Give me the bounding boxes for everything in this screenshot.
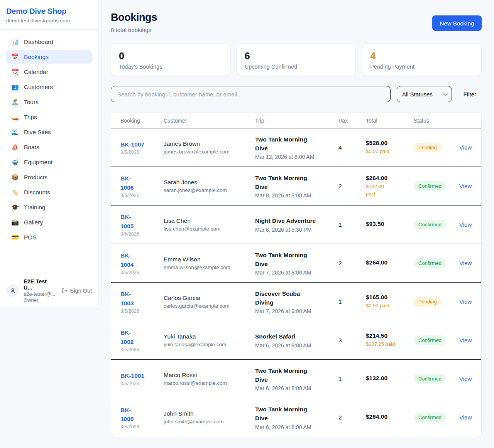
customer-name: John Smith xyxy=(164,410,250,417)
customer-email: yuki.tanaka@example.com xyxy=(164,342,250,347)
table-row: BK- 1006 3/5/2026 Sarah Jones sarah.jone… xyxy=(111,167,482,205)
trip-datetime: Mar 8, 2026 at 5:30 PM xyxy=(255,227,334,233)
sidebar-item-gallery[interactable]: 📸 Gallery xyxy=(6,216,92,229)
sidebar-item-label: Tours xyxy=(24,99,39,106)
status-badge: Confirmed xyxy=(414,181,446,191)
sidebar-item-equipment[interactable]: 🤿 Equipment xyxy=(6,155,92,169)
total-amount: $93.50 xyxy=(366,221,409,227)
booking-id-link[interactable]: BK- 1003 xyxy=(120,290,159,308)
booking-id-link[interactable]: BK-1001 xyxy=(120,371,159,380)
title-block: Bookings 8 total bookings xyxy=(111,12,157,33)
view-link[interactable]: View xyxy=(459,260,472,266)
trip-name: Snorkel Safari xyxy=(255,332,334,341)
stat-card-pending-payment: 4 Pending Payment xyxy=(362,44,482,76)
booking-id-link[interactable]: BK- 1002 xyxy=(120,328,159,346)
booking-date: 3/5/2026 xyxy=(120,150,159,155)
booking-id-link[interactable]: BK- 1004 xyxy=(120,251,159,269)
sidebar-item-label: Bookings xyxy=(24,54,49,61)
package-icon: 📦 xyxy=(11,173,19,181)
search-input[interactable] xyxy=(111,86,391,102)
status-badge: Confirmed xyxy=(414,220,446,229)
shop-name: Demo Dive Shop xyxy=(6,7,92,16)
table-row: BK- 1005 3/5/2026 Lisa Chen lisa.chen@ex… xyxy=(111,205,482,244)
sidebar-item-pos[interactable]: 💳 POS xyxy=(6,231,92,244)
status-filter: All Statuses xyxy=(397,86,452,102)
view-link[interactable]: View xyxy=(459,298,472,305)
booking-date: 3/5/2026 xyxy=(120,308,159,314)
paid-amount: $0.00 paid xyxy=(366,148,409,155)
sidebar-item-trips[interactable]: 🚤 Trips xyxy=(6,110,92,124)
trip-name: Two Tank Morning Dive xyxy=(255,366,334,384)
user-info: E2E Test U... e2e-tester@... Owner xyxy=(24,278,57,303)
booking-id-link[interactable]: BK- 1000 xyxy=(120,406,159,424)
bookings-calendar-icon: 📅 xyxy=(11,53,19,61)
status-badge: Pending xyxy=(414,297,442,307)
trip-name: Two Tank Morning Dive xyxy=(255,251,334,269)
table-row: BK- 1004 3/5/2026 Emma Wilson emma.wilso… xyxy=(111,244,482,283)
total-amount: $264.00 xyxy=(366,175,409,182)
view-link[interactable]: View xyxy=(459,144,472,151)
customer-email: emma.wilson@example.com xyxy=(164,264,250,270)
table-row: BK-1001 3/5/2026 Marco Rossi marco.rossi… xyxy=(111,360,482,398)
speedboat-icon: 🚤 xyxy=(11,113,19,121)
booking-id-link[interactable]: BK- 1006 xyxy=(120,174,159,192)
trip-datetime: Mar 6, 2026 at 8:00 AM xyxy=(255,424,334,430)
view-link[interactable]: View xyxy=(459,337,472,344)
sidebar-item-customers[interactable]: 👥 Customers xyxy=(6,80,92,94)
sign-out-button[interactable]: Sign Out xyxy=(61,288,92,294)
customer-name: Yuki Tanaka xyxy=(164,333,250,340)
stat-label: Upcoming Confirmed xyxy=(245,64,348,70)
col-header-customer: Customer xyxy=(164,113,255,128)
trip-name: Two Tank Morning Dive xyxy=(255,405,334,423)
booking-date: 3/5/2026 xyxy=(120,347,159,352)
sidebar-item-discounts[interactable]: 🏷️ Discounts xyxy=(6,185,92,199)
wave-icon: 🌊 xyxy=(11,128,19,136)
customer-email: sarah.jones@example.com xyxy=(164,187,250,193)
view-link[interactable]: View xyxy=(459,376,472,382)
trip-datetime: Mar 6, 2026 at 9:00 AM xyxy=(255,342,334,349)
graduation-cap-icon: 🎓 xyxy=(11,204,19,211)
sidebar-item-dashboard[interactable]: 📊 Dashboard xyxy=(6,35,92,49)
customer-email: james.brown@example.com xyxy=(164,149,250,155)
booking-id-link[interactable]: BK-1007 xyxy=(120,140,159,149)
sidebar-item-training[interactable]: 🎓 Training xyxy=(6,200,92,214)
sidebar-item-boats[interactable]: ⛵ Boats xyxy=(6,140,92,154)
sidebar-item-products[interactable]: 📦 Products xyxy=(6,170,92,184)
table-header-row: Booking Customer Trip Pax Total Status xyxy=(111,113,482,128)
total-amount: $264.00 xyxy=(366,413,409,420)
col-header-actions xyxy=(459,113,482,128)
status-badge: Pending xyxy=(414,143,442,152)
avatar xyxy=(6,284,19,297)
col-header-status: Status xyxy=(414,113,459,128)
status-badge: Confirmed xyxy=(414,258,446,268)
trip-datetime: Mar 6, 2026 at 8:00 AM xyxy=(255,385,334,391)
pax-count: 2 xyxy=(338,183,342,189)
booking-id-link[interactable]: BK- 1005 xyxy=(120,212,159,231)
view-link[interactable]: View xyxy=(459,414,472,421)
total-amount: $132.00 xyxy=(366,375,409,382)
booking-date: 3/5/2026 xyxy=(120,381,159,386)
total-amount: $165.00 xyxy=(366,294,409,301)
island-icon: 🏝️ xyxy=(11,98,19,106)
main-content: Bookings 8 total bookings New Booking 0 … xyxy=(98,0,494,448)
customer-email: marco.rossi@example.com xyxy=(164,380,250,386)
page-title: Bookings xyxy=(111,12,157,24)
sidebar-item-label: Training xyxy=(24,204,45,211)
trip-datetime: Mar 7, 2026 at 9:00 AM xyxy=(255,308,334,314)
credit-card-icon: 💳 xyxy=(11,234,19,241)
status-filter-select[interactable]: All Statuses xyxy=(397,86,452,102)
status-badge: Confirmed xyxy=(414,374,446,384)
filter-button[interactable]: Filter xyxy=(458,91,482,98)
sidebar-item-tours[interactable]: 🏝️ Tours xyxy=(6,95,92,109)
view-link[interactable]: View xyxy=(459,183,472,189)
col-header-pax: Pax xyxy=(338,113,366,128)
stat-card-todays-bookings: 0 Today's Bookings xyxy=(111,44,230,76)
new-booking-button[interactable]: New Booking xyxy=(432,15,482,31)
sidebar-item-calendar[interactable]: 📆 Calendar xyxy=(6,65,92,79)
sidebar-item-bookings[interactable]: 📅 Bookings xyxy=(6,50,92,64)
view-link[interactable]: View xyxy=(459,221,472,228)
sidebar-nav: 📊 Dashboard 📅 Bookings 📆 Calendar 👥 Cust… xyxy=(0,30,98,273)
bookings-table-card: Booking Customer Trip Pax Total Status B… xyxy=(111,113,482,437)
sidebar-item-dive-sites[interactable]: 🌊 Dive Sites xyxy=(6,125,92,139)
paid-amount: $132.00 paid xyxy=(366,183,409,197)
